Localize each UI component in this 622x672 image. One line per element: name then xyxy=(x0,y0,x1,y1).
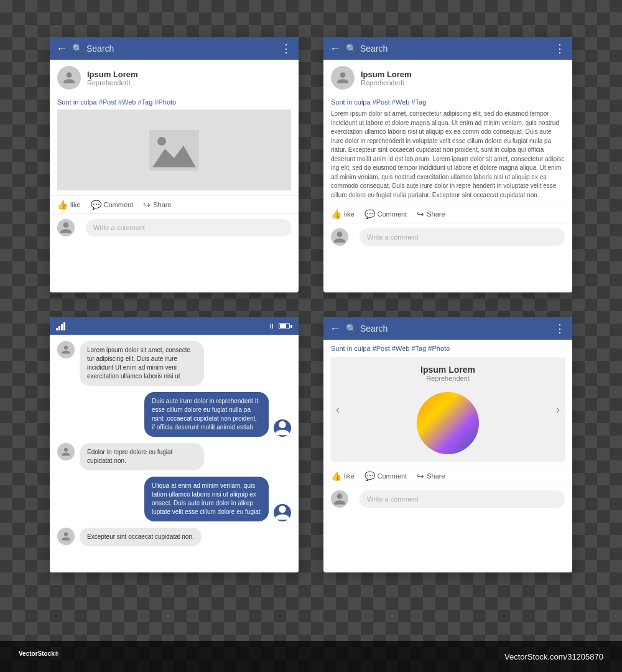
search-icon-2: 🔍 xyxy=(346,44,356,54)
commenter-avatar-2 xyxy=(331,228,348,246)
commenter-avatar-4 xyxy=(331,490,348,508)
like-label-1: like xyxy=(70,201,81,208)
comment-input-4[interactable]: Write a comment xyxy=(360,490,565,508)
tags-2: Sunt in culpa #Post #Web #Tag xyxy=(331,98,426,106)
brand-name: VectorStock xyxy=(19,650,55,657)
user-name-2: Ipsum Lorem xyxy=(361,70,412,79)
messenger-body-3: Lorem ipsum dolor sit amet, consecte tur… xyxy=(50,335,299,572)
app-header-1: ← 🔍 Search ⋮ xyxy=(50,37,299,60)
comment-label-1: Comment xyxy=(104,201,134,208)
share-label-4: Share xyxy=(427,472,445,480)
like-icon-4: 👍 xyxy=(331,471,341,481)
comment-button-1[interactable]: 💬 Comment xyxy=(91,200,134,210)
status-bar-3: ⏸ xyxy=(50,317,299,335)
share-button-4[interactable]: ↪ Share xyxy=(417,471,445,481)
more-button-2[interactable]: ⋮ xyxy=(554,42,566,55)
msg-avatar-right-4 xyxy=(274,504,291,521)
comment-input-1[interactable]: Write a comment xyxy=(86,219,291,236)
comment-icon-2: 💬 xyxy=(364,209,375,219)
msg-avatar-left-5 xyxy=(57,528,75,545)
share-button-1[interactable]: ↪ Share xyxy=(143,200,171,210)
like-button-1[interactable]: 👍 like xyxy=(57,200,81,210)
search-icon-4: 🔍 xyxy=(346,324,356,334)
comment-placeholder-2: Write a comment xyxy=(367,233,419,241)
profile-name-4: Ipsum Lorem xyxy=(420,365,475,375)
msg-bubble-right-4: Uliqua at enim ad minim veniam, quis tat… xyxy=(144,477,269,521)
like-button-2[interactable]: 👍 like xyxy=(331,209,355,219)
msg-avatar-left-3 xyxy=(57,443,75,460)
msg-right-2: Duis aute irure dolor in reprehenderit I… xyxy=(57,392,291,437)
tags-row-4: Sunt in culpa #Post #Web #Tag #Photo xyxy=(323,340,572,357)
user-row-1: Ipsum Lorem Reprehenderit xyxy=(50,60,299,96)
comment-icon-4: 💬 xyxy=(364,471,375,481)
avatar-2 xyxy=(331,66,355,90)
comment-label-4: Comment xyxy=(378,472,407,480)
msg-left-1: Lorem ipsum dolor sit amet, consecte tur… xyxy=(57,341,291,386)
brand-sup: ® xyxy=(55,651,59,657)
pause-icon-3: ⏸ xyxy=(268,322,275,330)
chevron-left-4[interactable]: ‹ xyxy=(336,403,340,416)
like-button-4[interactable]: 👍 like xyxy=(331,471,355,481)
signal-bars-3 xyxy=(56,322,65,330)
signal-bar-4 xyxy=(63,322,65,330)
svg-point-2 xyxy=(157,137,166,146)
comment-placeholder-1: Write a comment xyxy=(93,224,145,231)
search-label-2: Search xyxy=(360,44,388,54)
chevron-right-4[interactable]: › xyxy=(556,403,560,416)
share-icon-1: ↪ xyxy=(143,200,151,210)
back-button-4[interactable]: ← xyxy=(330,322,341,335)
footer-brand: VectorStock® xyxy=(19,650,58,662)
comment-input-2[interactable]: Write a comment xyxy=(360,228,565,246)
back-button-1[interactable]: ← xyxy=(56,42,67,55)
comment-button-4[interactable]: 💬 Comment xyxy=(364,471,407,481)
user-info-2: Ipsum Lorem Reprehenderit xyxy=(361,70,412,86)
footer-bar: VectorStock® VectorStock.com/31205870 xyxy=(0,641,622,672)
actions-row-2: 👍 like 💬 Comment ↪ Share xyxy=(323,205,572,223)
gradient-circle-4 xyxy=(417,392,479,454)
signal-bar-2 xyxy=(58,326,60,330)
post-image-1 xyxy=(57,110,291,190)
search-area-1: 🔍 Search xyxy=(72,44,276,54)
post-text-2: Lorem ipsum dolor sit amet, consectetur … xyxy=(331,110,565,200)
user-sub-1: Reprehenderit xyxy=(87,79,138,86)
card-post-text: ← 🔍 Search ⋮ Ipsum Lorem Reprehenderit S… xyxy=(323,37,572,292)
share-label-2: Share xyxy=(427,210,445,218)
back-button-2[interactable]: ← xyxy=(330,42,341,55)
comment-label-2: Comment xyxy=(378,210,407,218)
share-icon-4: ↪ xyxy=(417,471,424,481)
tags-row-1: Sunt in culpa #Post #Web #Tag #Photo xyxy=(50,96,299,110)
more-button-1[interactable]: ⋮ xyxy=(281,42,292,55)
signal-bar-1 xyxy=(56,328,58,330)
msg-avatar-left-1 xyxy=(57,341,75,358)
like-icon-1: 👍 xyxy=(57,200,68,210)
share-button-2[interactable]: ↪ Share xyxy=(417,209,445,219)
user-info-1: Ipsum Lorem Reprehenderit xyxy=(87,70,138,86)
comment-row-4: Write a comment xyxy=(323,485,572,513)
share-icon-2: ↪ xyxy=(417,209,424,219)
search-area-2: 🔍 Search xyxy=(346,44,549,54)
tags-1: Sunt in culpa #Post #Web #Tag #Photo xyxy=(57,98,176,106)
user-sub-2: Reprehenderit xyxy=(361,79,412,86)
comment-row-1: Write a comment xyxy=(50,214,299,241)
more-button-4[interactable]: ⋮ xyxy=(554,322,566,335)
signal-bar-3 xyxy=(61,324,63,330)
comment-button-2[interactable]: 💬 Comment xyxy=(364,209,407,219)
comment-row-2: Write a comment xyxy=(323,223,572,251)
status-right-3: ⏸ xyxy=(268,322,292,330)
msg-bubble-left-5: Excepteur sint occaecat cupidatat non. xyxy=(80,528,202,546)
app-header-2: ← 🔍 Search ⋮ xyxy=(323,37,572,60)
comment-icon-1: 💬 xyxy=(91,200,101,210)
tags-row-2: Sunt in culpa #Post #Web #Tag xyxy=(323,96,572,110)
msg-left-3: Edolor in repre dolore eu fugiat cupidat… xyxy=(57,443,291,470)
user-name-1: Ipsum Lorem xyxy=(87,70,138,79)
card-post-image: ← 🔍 Search ⋮ Ipsum Lorem Reprehenderit S… xyxy=(50,37,299,292)
search-label-1: Search xyxy=(86,44,114,54)
like-icon-2: 👍 xyxy=(331,209,341,219)
card-messenger: ⏸ Lorem ipsum dolor sit amet, consecte t… xyxy=(50,317,299,572)
msg-bubble-left-1: Lorem ipsum dolor sit amet, consecte tur… xyxy=(80,341,204,386)
avatar-1 xyxy=(57,66,81,90)
msg-right-4: Uliqua at enim ad minim veniam, quis tat… xyxy=(57,477,291,521)
footer-url: VectorStock.com/31205870 xyxy=(504,652,603,661)
profile-sub-4: Reprehenderit xyxy=(426,375,470,382)
comment-placeholder-4: Write a comment xyxy=(367,495,419,503)
